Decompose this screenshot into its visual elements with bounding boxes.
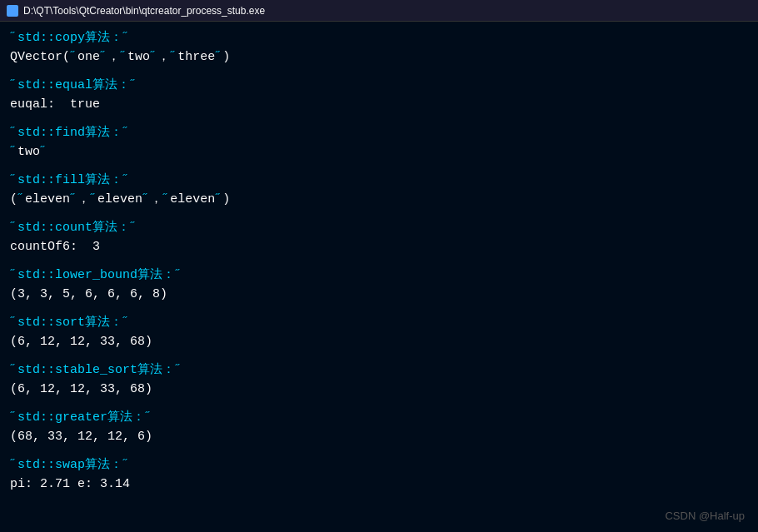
terminal-line: ˝std::sort算法：˝: [10, 313, 748, 332]
terminal-line: countOf6: 3: [10, 237, 748, 256]
title-bar-label: D:\QT\Tools\QtCreator\bin\qtcreator_proc…: [23, 5, 265, 17]
terminal-line: ˝std::copy算法：˝: [10, 28, 748, 47]
terminal-line: [10, 305, 748, 314]
terminal-line: (6, 12, 12, 33, 68): [10, 380, 748, 399]
terminal-line: ˝two˝: [10, 142, 748, 162]
terminal-line: ˝std::lower_bound算法：˝: [10, 266, 748, 285]
terminal-line: (˝eleven˝，˝eleven˝，˝eleven˝): [10, 190, 748, 209]
terminal-line: ˝std::fill算法：˝: [10, 171, 748, 190]
terminal-line: ˝std::count算法：˝: [10, 218, 748, 237]
terminal-line: ˝std::find算法：˝: [10, 123, 748, 142]
terminal-line: ˝std::equal算法：˝: [10, 76, 748, 95]
terminal-line: euqal: true: [10, 95, 748, 114]
terminal-line: [10, 210, 748, 219]
terminal-line: [10, 67, 748, 77]
title-bar: D:\QT\Tools\QtCreator\bin\qtcreator_proc…: [0, 0, 758, 22]
terminal-line: (6, 12, 12, 33, 68): [10, 332, 748, 351]
terminal: ˝std::copy算法：˝QVector(˝one˝，˝two˝，˝three…: [0, 22, 758, 532]
terminal-line: (3, 3, 5, 6, 6, 6, 8): [10, 285, 748, 304]
terminal-line: QVector(˝one˝，˝two˝，˝three˝): [10, 47, 748, 67]
terminal-line: [10, 352, 748, 361]
watermark: CSDN @Half-up: [665, 510, 745, 522]
terminal-line: [10, 447, 748, 456]
title-bar-icon: [7, 5, 18, 17]
terminal-line: [10, 162, 748, 172]
terminal-line: ˝std::stable_sort算法：˝: [10, 360, 748, 380]
terminal-line: (68, 33, 12, 12, 6): [10, 427, 748, 446]
terminal-line: [10, 400, 748, 409]
terminal-line: [10, 115, 748, 124]
terminal-line: ˝std::swap算法：˝: [10, 455, 748, 475]
terminal-output: ˝std::copy算法：˝QVector(˝one˝，˝two˝，˝three…: [10, 28, 748, 495]
terminal-line: [10, 257, 748, 266]
terminal-line: pi: 2.71 e: 3.14: [10, 475, 748, 494]
terminal-line: ˝std::greater算法：˝: [10, 408, 748, 427]
